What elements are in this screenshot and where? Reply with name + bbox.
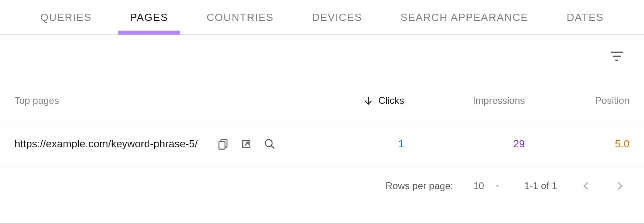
open-in-new-icon[interactable] (240, 138, 252, 150)
rows-per-page-label: Rows per page: (386, 180, 453, 192)
prev-page-button[interactable] (580, 180, 592, 192)
search-icon[interactable] (264, 138, 276, 150)
tab-queries[interactable]: QUERIES (40, 0, 92, 34)
tab-countries[interactable]: COUNTRIES (206, 0, 274, 34)
column-header-clicks[interactable]: Clicks (378, 95, 404, 106)
rows-per-page-select[interactable]: 10 (473, 180, 502, 192)
table-pagination: Rows per page: 10 1-1 of 1 (0, 165, 644, 207)
dropdown-arrow-icon (493, 182, 502, 190)
filter-icon[interactable] (609, 48, 625, 64)
next-page-button[interactable] (614, 180, 626, 192)
table-header: Top pages Clicks Impressions Position (0, 78, 644, 123)
svg-line-4 (271, 145, 275, 149)
filter-bar (0, 35, 644, 78)
svg-point-3 (265, 139, 272, 147)
rows-per-page-value: 10 (473, 180, 484, 192)
column-header-page: Top pages (14, 95, 59, 106)
tab-dates[interactable]: DATES (567, 0, 604, 34)
tab-pages[interactable]: PAGES (130, 0, 168, 34)
tabs-bar: QUERIES PAGES COUNTRIES DEVICES SEARCH A… (0, 0, 644, 35)
tab-devices[interactable]: DEVICES (312, 0, 362, 34)
svg-rect-2 (219, 141, 225, 149)
column-header-position[interactable]: Position (595, 95, 630, 106)
cell-clicks: 1 (398, 138, 404, 150)
column-header-impressions[interactable]: Impressions (473, 95, 525, 106)
tab-search-appearance[interactable]: SEARCH APPEARANCE (400, 0, 528, 34)
page-url: https://example.com/keyword-phrase-5/ (14, 138, 198, 150)
copy-icon[interactable] (217, 138, 229, 150)
cell-position: 5.0 (615, 138, 630, 150)
cell-impressions: 29 (513, 138, 525, 150)
table-row[interactable]: https://example.com/keyword-phrase-5/ 1 … (0, 123, 644, 165)
pagination-range: 1-1 of 1 (524, 180, 557, 192)
sort-descending-icon[interactable] (363, 95, 374, 106)
